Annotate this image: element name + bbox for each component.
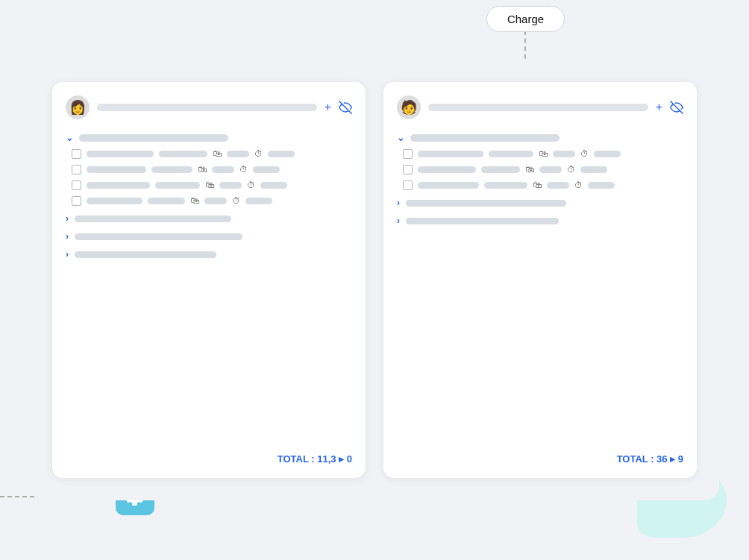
bag-icon: 🛍 [525, 164, 534, 174]
clock-icon: ⏱ [247, 180, 255, 189]
section-expanded-left: ⌄ 🛍 ⏱ 🛍 [66, 133, 352, 206]
task-bar [484, 182, 527, 189]
add-button-right[interactable]: + [656, 101, 662, 114]
task-bar [489, 151, 533, 157]
section-expanded-right: ⌄ 🛍 ⏱ 🛍 [397, 133, 683, 190]
panel-header-left: 👩 + [66, 95, 352, 125]
clock-icon: ⏱ [567, 165, 575, 174]
task-row: 🛍 ⏱ [403, 148, 683, 159]
task-bar [155, 182, 200, 189]
section-title-left-0 [79, 134, 228, 142]
total-label-right: TOTAL : 36 ▸ 9 [617, 453, 683, 465]
task-bar [148, 198, 185, 204]
task-row: 🛍 ⏱ [403, 164, 683, 174]
task-row: 🛍 ⏱ [72, 164, 352, 174]
checkbox[interactable] [72, 196, 81, 206]
task-bar [87, 166, 146, 173]
pill [204, 198, 227, 204]
panel-left: 👩 + ⌄ [52, 82, 366, 478]
chevron-right-icon: › [66, 213, 69, 224]
pill [547, 182, 569, 189]
section-collapsed-right-2[interactable]: › [397, 215, 683, 226]
checkbox[interactable] [72, 149, 81, 159]
task-bar [159, 151, 207, 157]
avatar-right: 🧑 [397, 95, 421, 119]
clock-icon: ⏱ [239, 165, 248, 174]
header-actions-right: + [656, 101, 683, 114]
clock-icon: ⏱ [580, 149, 589, 158]
panel-header-right: 🧑 + [397, 95, 683, 125]
task-rows-right-0: 🛍 ⏱ 🛍 ⏱ [397, 148, 683, 190]
avatar-left: 👩 [66, 95, 90, 119]
clock-icon: ⏱ [574, 180, 583, 189]
bag-icon: 🛍 [539, 148, 548, 159]
task-rows-left-0: 🛍 ⏱ 🛍 ⏱ [66, 148, 352, 206]
chevron-down-icon-left-0: ⌄ [66, 133, 73, 143]
clock-icon: ⏱ [254, 149, 263, 158]
chevron-right-icon: › [66, 249, 69, 259]
bag-icon: 🛍 [213, 148, 222, 159]
bag-icon: 🛍 [205, 180, 214, 190]
chevron-down-icon-right-0: ⌄ [397, 133, 404, 143]
task-bar [87, 151, 154, 157]
panel-footer-right: TOTAL : 36 ▸ 9 [397, 446, 683, 465]
checkbox[interactable] [403, 149, 413, 159]
charge-tooltip: Charge [486, 6, 565, 32]
task-bar [418, 151, 483, 157]
pill [539, 166, 562, 173]
tag-pill [253, 166, 280, 173]
tag-pill [594, 151, 621, 157]
section-collapsed-left-2[interactable]: › [66, 231, 352, 242]
charge-label: Charge [507, 13, 544, 25]
task-bar [418, 182, 479, 189]
tag-pill [260, 182, 287, 189]
tag-pill [268, 151, 295, 157]
collapsed-bar [75, 215, 231, 222]
eye-off-button-left[interactable] [339, 101, 352, 114]
section-collapsed-right-1[interactable]: › [397, 198, 683, 208]
collapsed-bar [406, 200, 566, 207]
collapsed-bar [75, 251, 216, 258]
tag-pill [245, 198, 272, 204]
task-row: 🛍 ⏱ [72, 180, 352, 190]
header-bar-left [97, 104, 317, 111]
bag-icon: 🛍 [198, 164, 207, 174]
chevron-right-icon: › [397, 215, 400, 226]
add-button-left[interactable]: + [325, 101, 331, 114]
section-header-left-0[interactable]: ⌄ [66, 133, 352, 143]
task-row: 🛍 ⏱ [72, 195, 352, 206]
panel-right: 🧑 + ⌄ [383, 82, 697, 478]
total-label-left: TOTAL : 11,3 ▸ 0 [278, 453, 352, 465]
pill [227, 151, 249, 157]
tag-pill [588, 182, 615, 189]
clock-icon: ⏱ [232, 196, 240, 205]
eye-off-button-right[interactable] [670, 101, 683, 114]
pill [219, 182, 242, 189]
section-header-right-0[interactable]: ⌄ [397, 133, 683, 143]
checkbox[interactable] [403, 165, 413, 174]
collapsed-bar [406, 218, 559, 224]
bag-icon: 🛍 [533, 180, 542, 190]
task-bar [151, 166, 192, 173]
checkbox[interactable] [72, 165, 81, 174]
task-row: 🛍 ⏱ [72, 148, 352, 159]
bag-icon: 🛍 [190, 195, 199, 206]
tag-pill [580, 166, 607, 173]
checkbox[interactable] [403, 180, 413, 190]
section-collapsed-left-1[interactable]: › [66, 213, 352, 224]
pill [553, 151, 575, 157]
task-bar [418, 166, 476, 173]
section-title-right-0 [410, 134, 560, 142]
main-container: 👩 + ⌄ [30, 60, 719, 500]
chevron-right-icon: › [397, 198, 400, 208]
checkbox[interactable] [72, 180, 81, 190]
panel-footer-left: TOTAL : 11,3 ▸ 0 [66, 446, 352, 465]
header-actions-left: + [325, 101, 352, 114]
section-collapsed-left-3[interactable]: › [66, 249, 352, 259]
task-bar [87, 198, 142, 204]
task-bar [481, 166, 520, 173]
collapsed-bar [75, 233, 242, 240]
chevron-right-icon: › [66, 231, 69, 242]
header-bar-right [428, 104, 648, 111]
task-bar [87, 182, 150, 189]
